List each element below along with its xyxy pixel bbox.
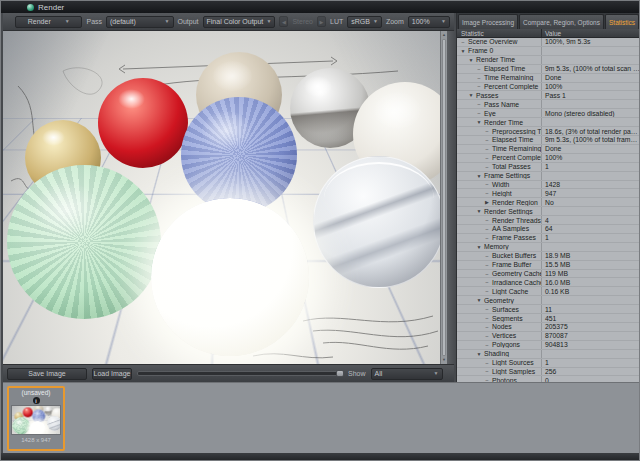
tree-toggle-icon[interactable]: ▼ — [476, 351, 482, 357]
stat-row[interactable]: –Scene Overview100%, 9m 5.3s — [457, 38, 639, 47]
render-thumbnail[interactable]: (unsaved) i 1428 x 947 — [7, 386, 65, 451]
zoom-dropdown[interactable]: 100% ▼ — [408, 16, 450, 28]
stat-row[interactable]: –Irradiance Cache16.0 MB — [457, 278, 639, 287]
stat-name: Geometry Cache — [492, 270, 541, 277]
panel-tabs: Image Processing Compare, Region, Option… — [457, 13, 639, 29]
stat-row[interactable]: ▼Geometry — [457, 296, 639, 305]
stat-row[interactable]: ▼Frame Settings — [457, 172, 639, 181]
stat-value — [541, 56, 639, 64]
stat-row[interactable]: –Segments451 — [457, 314, 639, 323]
stat-value: 100% — [541, 154, 639, 162]
stat-name: AA Samples — [492, 225, 529, 232]
tab-compare-region-options[interactable]: Compare, Region, Options — [519, 14, 604, 29]
tree-toggle-icon[interactable]: ▼ — [460, 48, 466, 54]
tab-image-processing[interactable]: Image Processing — [458, 14, 518, 29]
tree-toggle-icon[interactable]: ▼ — [468, 92, 474, 98]
zoom-value: 100% — [412, 18, 430, 25]
show-dropdown[interactable]: All ▼ — [371, 368, 443, 380]
tree-toggle-icon[interactable]: ▼ — [476, 119, 482, 125]
stat-row[interactable]: –Frame Buffer15.5 MB — [457, 261, 639, 270]
stat-row[interactable]: –AA Samples64 — [457, 225, 639, 234]
image-scrollbar-thumb[interactable] — [336, 370, 344, 377]
stat-value: 4 — [541, 216, 639, 224]
render-button[interactable]: Render ▼ — [15, 16, 82, 28]
info-icon[interactable]: i — [33, 397, 40, 404]
stat-row[interactable]: –Surfaces11 — [457, 305, 639, 314]
stat-row[interactable]: –Time RemainingDone — [457, 74, 639, 83]
tree-toggle-icon[interactable]: ▼ — [468, 57, 474, 63]
stat-name: Percent Complete — [484, 83, 538, 90]
stat-value: 11 — [541, 305, 639, 313]
tree-toggle-icon[interactable]: ▼ — [476, 244, 482, 250]
tab-statistics[interactable]: Statistics — [605, 14, 639, 29]
scrollbar-thumb[interactable] — [442, 39, 446, 356]
stat-row[interactable]: –Vertices870087 — [457, 332, 639, 341]
stat-name: Elapsed Time — [492, 136, 533, 143]
stat-name: Geometry — [484, 297, 514, 304]
stat-name: Bucket Buffers — [492, 252, 536, 259]
tree-toggle-icon[interactable]: ▼ — [476, 208, 482, 214]
output-value: Final Color Output — [207, 18, 264, 25]
column-statistic: Statistic — [457, 29, 541, 37]
stat-row[interactable]: –Elapsed Time9m 5.3s, (100% of total fra… — [457, 136, 639, 145]
pass-label: Pass — [86, 18, 102, 25]
chevron-down-icon: ▼ — [373, 19, 378, 24]
output-dropdown[interactable]: Final Color Output ▼ — [203, 16, 276, 28]
load-image-button[interactable]: Load Image — [92, 368, 132, 380]
lut-dropdown[interactable]: sRGB ▼ — [347, 16, 382, 28]
stat-row[interactable]: –Frame Passes1 — [457, 234, 639, 243]
render-view[interactable]: ▲ ▼ — [3, 31, 447, 364]
stat-row[interactable]: ▼Render Time — [457, 118, 639, 127]
stat-row[interactable]: –Pass Name — [457, 100, 639, 109]
stat-row[interactable]: –Preprocessing Time18.6s, (3% of total r… — [457, 127, 639, 136]
stat-row[interactable]: –Elapsed Time9m 5.3s, (100% of total sca… — [457, 65, 639, 74]
app-icon — [27, 4, 34, 11]
leaf-dash-icon: – — [484, 164, 490, 170]
stat-row[interactable]: ▼Render Time — [457, 56, 639, 65]
stereo-prev-button[interactable]: ◀ — [279, 16, 288, 27]
stat-row[interactable]: –Light Cache0.16 KB — [457, 287, 639, 296]
blue-fuzzy-sphere — [181, 97, 297, 213]
stat-row[interactable]: –Light Sources1 — [457, 359, 639, 368]
stat-name: Passes — [476, 92, 498, 99]
tree-toggle-icon[interactable]: ▶ — [484, 199, 490, 205]
stat-row[interactable]: –Total Passes1 — [457, 163, 639, 172]
stat-row[interactable]: ▼PassesPass 1 — [457, 91, 639, 100]
stereo-next-button[interactable]: ▶ — [317, 16, 326, 27]
stat-row[interactable]: –Bucket Buffers18.9 MB — [457, 252, 639, 261]
green-fuzzy-sphere — [7, 165, 161, 319]
tree-toggle-icon[interactable]: ▼ — [476, 297, 482, 303]
stat-row[interactable]: ▶Render RegionNo — [457, 198, 639, 207]
thumbnail-image — [11, 405, 61, 435]
stat-row[interactable]: –Percent Complete100% — [457, 154, 639, 163]
stat-row[interactable]: –Width1428 — [457, 181, 639, 190]
vertical-scrollbar[interactable]: ▲ ▼ — [440, 31, 447, 364]
stat-value: 451 — [541, 314, 639, 322]
stat-row[interactable]: –Polygons904813 — [457, 341, 639, 350]
pass-dropdown[interactable]: (default) ▼ — [106, 16, 173, 28]
leaf-dash-icon: – — [484, 342, 490, 348]
tree-toggle-icon[interactable]: ▼ — [476, 173, 482, 179]
stat-value: 1 — [541, 163, 639, 171]
leaf-dash-icon: – — [484, 279, 490, 285]
glass-sphere — [47, 416, 61, 431]
stat-row[interactable]: –Nodes205375 — [457, 323, 639, 332]
stat-row[interactable]: –Height947 — [457, 189, 639, 198]
stat-row[interactable]: ▼Render Settings — [457, 207, 639, 216]
image-scrollbar[interactable] — [137, 371, 343, 376]
stat-row[interactable]: –EyeMono (stereo disabled) — [457, 109, 639, 118]
stat-row[interactable]: ▼Frame 0 — [457, 47, 639, 56]
stat-row[interactable]: –Geometry Cache119 MB — [457, 270, 639, 279]
stat-row[interactable]: ▼Memory — [457, 243, 639, 252]
chevron-down-icon: ▼ — [441, 19, 446, 24]
leaf-dash-icon: – — [484, 226, 490, 232]
stat-row[interactable]: –Percent Complete100% — [457, 83, 639, 92]
stat-row[interactable]: –Time RemainingDone — [457, 145, 639, 154]
panel-splitter[interactable] — [447, 31, 456, 364]
stat-value: 9m 5.3s, (100% of total fram… — [541, 136, 639, 144]
stat-row[interactable]: –Light Samples256 — [457, 368, 639, 377]
stat-name: Shading — [484, 350, 509, 357]
stat-row[interactable]: –Render Threads4 — [457, 216, 639, 225]
stat-row[interactable]: ▼Shading — [457, 350, 639, 359]
save-image-button[interactable]: Save Image — [7, 368, 87, 380]
